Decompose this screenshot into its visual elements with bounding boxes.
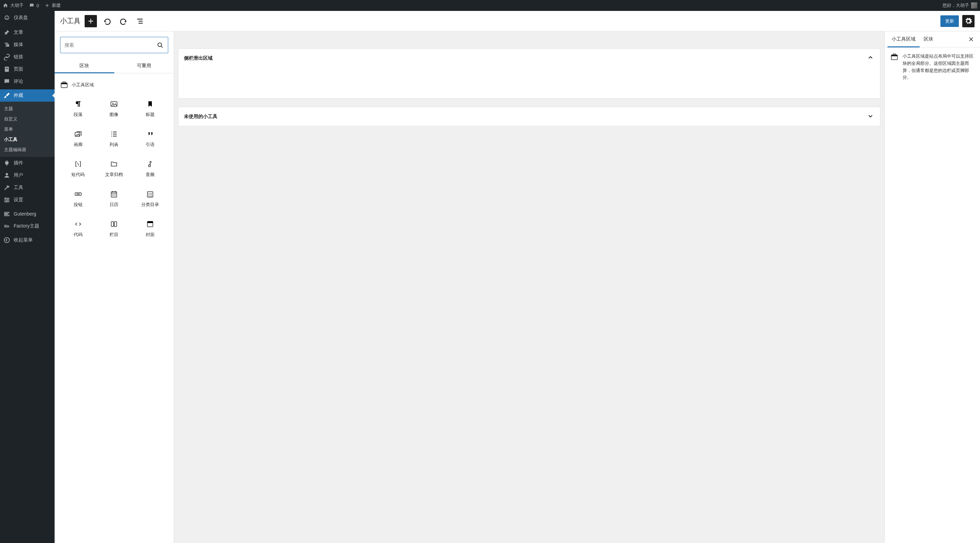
block-item-code[interactable]: 代码 xyxy=(60,215,96,243)
editor-main: 小工具 更新 区块 xyxy=(55,11,980,543)
undo-button[interactable] xyxy=(101,15,113,27)
sidebar-item-factory-theme[interactable]: Factory主题 xyxy=(0,220,55,232)
link-icon xyxy=(3,54,10,60)
sidebar-label: 评论 xyxy=(14,78,23,84)
comment-icon xyxy=(3,78,10,85)
block-item-image[interactable]: 图像 xyxy=(96,95,132,122)
submenu-menus[interactable]: 菜单 xyxy=(0,124,55,134)
block-item-label: 引语 xyxy=(146,141,154,148)
wrench-icon xyxy=(3,184,10,191)
sidebar-item-links[interactable]: 链接 xyxy=(0,51,55,63)
site-name-label: 大胡子 xyxy=(10,2,24,8)
sidebar-item-collapse[interactable]: 收起菜单 xyxy=(0,234,55,246)
admin-bar-site[interactable]: 大胡子 xyxy=(3,2,24,8)
submenu-widgets[interactable]: 小工具 xyxy=(0,134,55,144)
widget-area-collapsed: 未使用的小工具 xyxy=(178,107,880,126)
tab-reusable[interactable]: 可重用 xyxy=(114,59,174,73)
admin-bar: 大胡子 0 新建 您好，大胡子 xyxy=(0,0,980,11)
block-item-label: 文章归档 xyxy=(105,171,123,178)
block-item-label: 音频 xyxy=(146,171,154,178)
sidebar-item-tools[interactable]: 工具 xyxy=(0,181,55,194)
pilcrow-icon xyxy=(74,100,82,108)
tab-blocks[interactable]: 区块 xyxy=(55,59,114,73)
block-item-label: 分类目录 xyxy=(141,202,159,208)
redo-button[interactable] xyxy=(118,15,130,27)
sidebar-label: 工具 xyxy=(14,184,23,191)
collapse-icon xyxy=(3,237,10,243)
sidebar-label: 设置 xyxy=(14,197,23,203)
list-view-icon xyxy=(136,17,144,25)
categories-icon xyxy=(146,190,154,198)
list-icon xyxy=(110,130,118,138)
redo-icon xyxy=(119,17,127,25)
cover-icon xyxy=(146,220,154,228)
plus-icon xyxy=(45,3,50,8)
sidebar-item-gutenberg[interactable]: Gutenberg xyxy=(0,208,55,220)
update-button[interactable]: 更新 xyxy=(940,15,959,27)
category-label: 小工具区域 xyxy=(72,82,94,88)
comment-icon xyxy=(29,3,35,8)
brush-icon xyxy=(3,92,10,99)
sidebar-item-dashboard[interactable]: 仪表盘 xyxy=(0,11,55,25)
block-item-categories[interactable]: 分类目录 xyxy=(132,185,168,213)
block-item-folder[interactable]: 文章归档 xyxy=(96,155,132,183)
close-icon xyxy=(968,36,975,43)
sidebar-item-users[interactable]: 用户 xyxy=(0,169,55,181)
block-item-button[interactable]: 按钮 xyxy=(60,185,96,213)
editor-canvas: 侧栏滑出区域 未使用的小工具 xyxy=(174,32,885,543)
block-item-bookmark[interactable]: 标题 xyxy=(132,95,168,122)
code-icon xyxy=(74,220,82,228)
admin-bar-comments[interactable]: 0 xyxy=(29,3,39,8)
block-item-shortcode[interactable]: 短代码 xyxy=(60,155,96,183)
pin-icon xyxy=(3,29,10,36)
tab-widget-areas[interactable]: 小工具区域 xyxy=(888,32,920,47)
close-settings-button[interactable] xyxy=(965,33,977,45)
category-header: 小工具区域 xyxy=(60,79,168,95)
folder-icon xyxy=(110,160,118,168)
settings-body: 小工具区域是站点布局中可以支持区块的全局部分。这些区域因主题而异，但通常都是您的… xyxy=(885,48,980,87)
sidebar-item-plugins[interactable]: 插件 xyxy=(0,157,55,169)
sidebar-item-pages[interactable]: 页面 xyxy=(0,63,55,75)
submenu-theme-editor[interactable]: 主题编辑器 xyxy=(0,144,55,155)
gutenberg-icon xyxy=(3,210,10,217)
submenu-themes[interactable]: 主题 xyxy=(0,104,55,114)
sidebar-item-comments[interactable]: 评论 xyxy=(0,75,55,88)
comments-count: 0 xyxy=(37,3,39,8)
sidebar-item-settings[interactable]: 设置 xyxy=(0,194,55,206)
block-item-pilcrow[interactable]: 段落 xyxy=(60,95,96,122)
list-view-button[interactable] xyxy=(134,15,146,27)
widget-area-body[interactable] xyxy=(178,68,880,98)
search-input-wrapper[interactable] xyxy=(60,37,168,53)
block-item-columns[interactable]: 栏目 xyxy=(96,215,132,243)
columns-icon xyxy=(110,220,118,228)
block-item-gallery[interactable]: 画廊 xyxy=(60,125,96,152)
xin-icon xyxy=(3,223,10,230)
chevron-up-icon xyxy=(866,54,875,63)
block-item-cover[interactable]: 封面 xyxy=(132,215,168,243)
sidebar-item-posts[interactable]: 文章 xyxy=(0,26,55,38)
widget-area-header[interactable]: 未使用的小工具 xyxy=(178,107,880,126)
admin-bar-account[interactable]: 您好，大胡子 xyxy=(942,2,977,8)
block-item-label: 段落 xyxy=(74,111,83,117)
new-label: 新建 xyxy=(52,2,61,8)
settings-description: 小工具区域是站点布局中可以支持区块的全局部分。这些区域因主题而异，但通常都是您的… xyxy=(902,53,975,81)
search-icon xyxy=(156,41,164,49)
block-item-audio[interactable]: 音频 xyxy=(132,155,168,183)
submenu-customize[interactable]: 自定义 xyxy=(0,114,55,124)
sidebar-item-appearance[interactable]: 外观 xyxy=(0,89,55,102)
block-item-label: 短代码 xyxy=(71,171,84,178)
tab-block[interactable]: 区块 xyxy=(920,32,937,47)
search-input[interactable] xyxy=(65,42,156,48)
widget-area-expanded: 侧栏滑出区域 xyxy=(178,48,880,98)
block-item-label: 标题 xyxy=(146,111,154,117)
block-item-quote[interactable]: 引语 xyxy=(132,125,168,152)
add-block-button[interactable] xyxy=(84,15,97,27)
admin-bar-new[interactable]: 新建 xyxy=(45,2,61,8)
widget-area-header[interactable]: 侧栏滑出区域 xyxy=(178,49,880,68)
block-item-calendar[interactable]: 日历 xyxy=(96,185,132,213)
block-item-list[interactable]: 列表 xyxy=(96,125,132,152)
sidebar-item-media[interactable]: 媒体 xyxy=(0,38,55,51)
block-item-label: 代码 xyxy=(74,232,83,238)
inserter-tabs: 区块 可重用 xyxy=(55,59,174,73)
settings-toggle-button[interactable] xyxy=(962,15,975,27)
